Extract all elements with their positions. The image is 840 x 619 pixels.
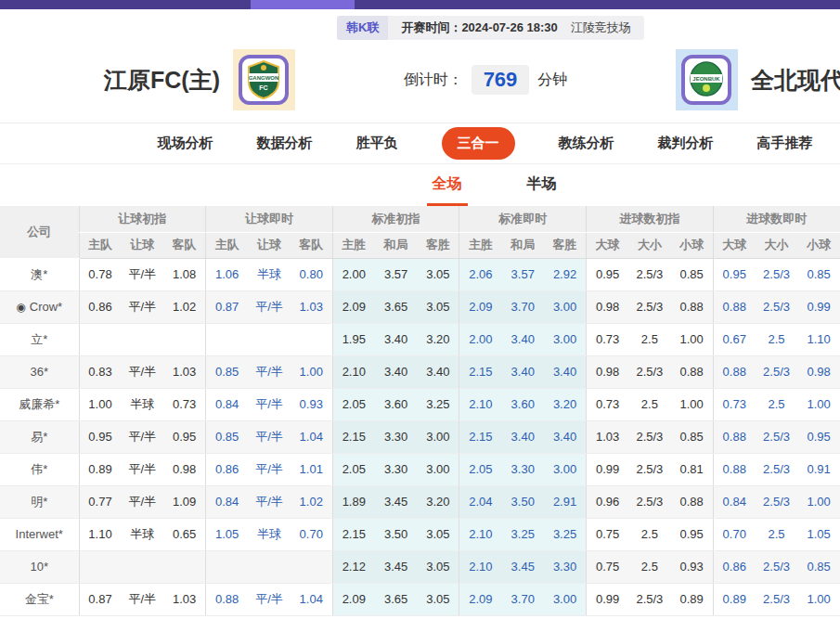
odds-cell[interactable]: 3.00 xyxy=(544,583,587,615)
odds-cell[interactable]: 0.87 xyxy=(206,290,249,323)
tab-win-draw-lose[interactable]: 胜平负 xyxy=(356,135,398,152)
odds-cell[interactable]: 1.05 xyxy=(797,518,840,550)
odds-cell[interactable]: 2.15 xyxy=(459,355,502,388)
odds-cell[interactable]: 0.85 xyxy=(797,258,840,290)
odds-cell[interactable]: 0.84 xyxy=(206,485,249,518)
odds-cell[interactable]: 0.88 xyxy=(713,355,756,388)
odds-cell[interactable]: 1.06 xyxy=(206,258,249,290)
odds-cell[interactable]: 2.5/3 xyxy=(756,485,798,518)
odds-cell[interactable]: 3.00 xyxy=(544,453,587,485)
tab-three-in-one[interactable]: 三合一 xyxy=(442,127,515,160)
tab-live-analysis[interactable]: 现场分析 xyxy=(158,135,213,152)
odds-cell[interactable]: 半球 xyxy=(248,258,291,290)
odds-cell[interactable]: 1.04 xyxy=(291,420,333,453)
odds-cell[interactable]: 3.40 xyxy=(544,355,587,388)
odds-cell[interactable]: 0.89 xyxy=(713,583,756,615)
odds-cell[interactable]: 2.5/3 xyxy=(756,355,798,388)
odds-cell[interactable]: 1.03 xyxy=(291,290,333,323)
odds-cell[interactable]: 1.01 xyxy=(291,453,333,485)
odds-cell[interactable]: 2.10 xyxy=(459,388,502,420)
scrollbar-thumb[interactable] xyxy=(251,0,355,9)
tab-referee-analysis[interactable]: 裁判分析 xyxy=(658,135,714,152)
odds-cell[interactable]: 2.09 xyxy=(459,290,502,323)
odds-cell[interactable]: 2.06 xyxy=(459,258,502,290)
odds-cell[interactable]: 3.70 xyxy=(501,290,544,323)
company-cell[interactable]: 36* xyxy=(0,355,79,388)
odds-cell[interactable]: 3.70 xyxy=(501,583,544,615)
tab-data-analysis[interactable]: 数据分析 xyxy=(257,135,313,152)
odds-cell[interactable]: 0.70 xyxy=(713,518,756,550)
odds-cell[interactable]: 2.09 xyxy=(459,583,502,615)
company-cell[interactable]: 金宝* xyxy=(0,583,79,615)
odds-cell[interactable]: 0.98 xyxy=(797,355,840,388)
odds-cell[interactable]: 2.05 xyxy=(459,453,502,485)
odds-cell[interactable]: 0.80 xyxy=(291,258,333,290)
odds-cell[interactable]: 3.25 xyxy=(501,518,544,550)
odds-cell[interactable]: 3.25 xyxy=(544,518,587,550)
company-cell[interactable]: 易* xyxy=(0,420,79,453)
odds-cell[interactable]: 平/半 xyxy=(248,453,291,485)
odds-cell[interactable]: 2.5/3 xyxy=(756,420,798,453)
odds-cell[interactable]: 3.30 xyxy=(501,453,544,485)
league-badge[interactable]: 韩K联 xyxy=(337,16,388,40)
odds-cell[interactable]: 2.91 xyxy=(544,485,587,518)
tab-expert-picks[interactable]: 高手推荐 xyxy=(757,135,813,152)
company-cell[interactable]: ◉Crow* xyxy=(0,290,79,323)
odds-cell[interactable]: 0.88 xyxy=(713,453,756,485)
odds-cell[interactable]: 0.67 xyxy=(713,323,756,355)
company-cell[interactable]: 10* xyxy=(0,550,79,583)
odds-cell[interactable]: 2.04 xyxy=(459,485,502,518)
odds-cell[interactable]: 3.45 xyxy=(501,550,544,583)
odds-cell[interactable]: 2.5/3 xyxy=(756,550,798,583)
odds-cell[interactable]: 2.5/3 xyxy=(756,453,798,485)
odds-cell[interactable]: 0.93 xyxy=(291,388,333,420)
odds-cell[interactable]: 0.88 xyxy=(713,290,756,323)
odds-cell[interactable]: 0.86 xyxy=(713,550,756,583)
odds-cell[interactable]: 平/半 xyxy=(248,583,291,615)
odds-cell[interactable]: 0.95 xyxy=(713,258,756,290)
company-cell[interactable]: Interwet* xyxy=(0,518,79,550)
odds-cell[interactable]: 1.00 xyxy=(797,583,840,615)
odds-cell[interactable]: 3.20 xyxy=(544,388,587,420)
odds-cell[interactable]: 3.60 xyxy=(501,388,544,420)
odds-cell[interactable]: 3.57 xyxy=(501,258,544,290)
odds-cell[interactable]: 1.00 xyxy=(291,355,333,388)
odds-cell[interactable]: 3.00 xyxy=(544,323,587,355)
tab-coach-analysis[interactable]: 教练分析 xyxy=(559,135,614,152)
odds-cell[interactable]: 2.5/3 xyxy=(756,583,798,615)
company-cell[interactable]: 明* xyxy=(0,485,79,518)
company-cell[interactable]: 伟* xyxy=(0,453,79,485)
odds-cell[interactable]: 3.40 xyxy=(501,355,544,388)
odds-cell[interactable]: 0.86 xyxy=(206,453,249,485)
odds-cell[interactable]: 3.00 xyxy=(544,290,587,323)
odds-cell[interactable]: 0.84 xyxy=(713,485,756,518)
odds-cell[interactable]: 平/半 xyxy=(248,485,291,518)
odds-cell[interactable]: 0.88 xyxy=(713,420,756,453)
odds-cell[interactable]: 3.40 xyxy=(544,420,587,453)
odds-cell[interactable]: 2.5 xyxy=(756,323,798,355)
odds-cell[interactable]: 0.85 xyxy=(206,355,249,388)
odds-cell[interactable]: 平/半 xyxy=(248,388,291,420)
odds-cell[interactable]: 0.85 xyxy=(206,420,249,453)
odds-cell[interactable]: 平/半 xyxy=(248,355,291,388)
odds-cell[interactable]: 0.99 xyxy=(797,290,840,323)
subtab-full-match[interactable]: 全场 xyxy=(427,167,468,206)
odds-cell[interactable]: 0.84 xyxy=(206,388,249,420)
odds-cell[interactable]: 3.40 xyxy=(501,323,544,355)
odds-cell[interactable]: 1.00 xyxy=(797,485,840,518)
odds-cell[interactable]: 2.5/3 xyxy=(756,258,798,290)
odds-cell[interactable]: 0.91 xyxy=(797,453,840,485)
odds-cell[interactable]: 2.5/3 xyxy=(756,290,798,323)
odds-cell[interactable]: 2.92 xyxy=(544,258,587,290)
odds-cell[interactable]: 0.88 xyxy=(206,583,249,615)
odds-cell[interactable]: 2.5 xyxy=(756,388,798,420)
odds-cell[interactable]: 1.00 xyxy=(797,388,840,420)
odds-cell[interactable]: 平/半 xyxy=(248,420,291,453)
odds-cell[interactable]: 1.05 xyxy=(206,518,249,550)
odds-cell[interactable]: 0.85 xyxy=(797,550,840,583)
odds-cell[interactable]: 3.40 xyxy=(501,420,544,453)
odds-cell[interactable]: 2.15 xyxy=(459,420,502,453)
odds-cell[interactable]: 3.30 xyxy=(544,550,587,583)
odds-cell[interactable]: 半球 xyxy=(248,518,291,550)
odds-cell[interactable]: 1.10 xyxy=(797,323,840,355)
